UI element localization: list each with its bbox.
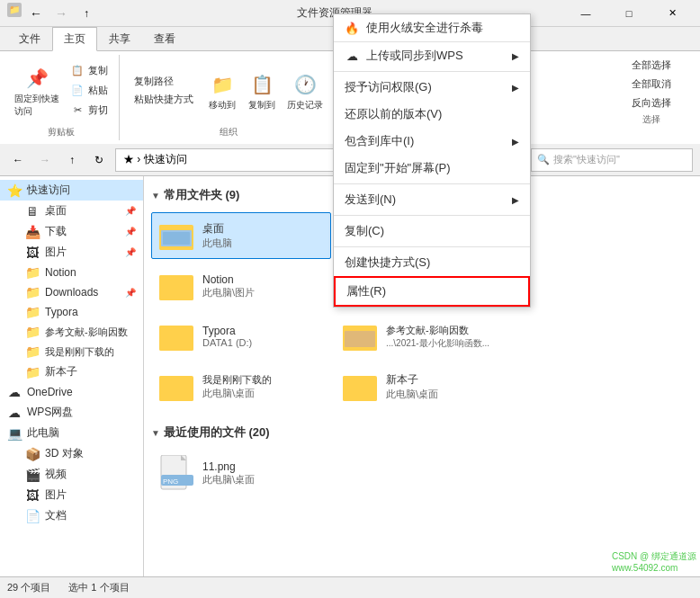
back-btn[interactable]: ← bbox=[7, 149, 29, 171]
paste-shortcut-btn[interactable]: 粘贴快捷方式 bbox=[130, 91, 197, 108]
select-all-btn[interactable]: 全部选择 bbox=[628, 57, 675, 74]
sidebar-item-desktop[interactable]: 🖥 桌面 📌 bbox=[7, 201, 143, 221]
sidebar-item-typora[interactable]: 📁 Typora bbox=[7, 302, 143, 322]
sidebar-desktop-label: 桌面 bbox=[45, 203, 67, 219]
ctx-sep-4 bbox=[334, 246, 530, 247]
copy-path-btn[interactable]: 复制路径 bbox=[130, 73, 197, 90]
ctx-wps-upload[interactable]: ☁ 上传或同步到WPS ▶ bbox=[334, 42, 530, 69]
deselect-all-btn[interactable]: 全部取消 bbox=[628, 76, 675, 93]
copy-to-icon: 📋 bbox=[247, 70, 276, 99]
tab-view[interactable]: 查看 bbox=[142, 27, 187, 50]
pin-icon: 📌 bbox=[22, 64, 51, 93]
ctx-create-shortcut-label: 创建快捷方式(S) bbox=[345, 254, 430, 271]
history-btn[interactable]: 🕐 历史记录 bbox=[283, 68, 327, 113]
quick-access-icon: ⭐ bbox=[7, 183, 22, 198]
copy-to-btn[interactable]: 📋 复制到 bbox=[244, 68, 280, 113]
fwd-btn[interactable]: → bbox=[34, 149, 56, 171]
sidebar-item-3d[interactable]: 📦 3D 对象 bbox=[7, 443, 143, 464]
pictures-icon: 🖼 bbox=[25, 245, 40, 260]
recent-files-chevron[interactable]: ▼ bbox=[151, 428, 160, 438]
notion-folder-path: 此电脑\图片 bbox=[202, 286, 323, 299]
up-btn[interactable]: ↑ bbox=[76, 3, 97, 24]
sidebar-item-video[interactable]: 🎬 视频 bbox=[7, 464, 143, 485]
title-bar-icons: 📁 ← → ↑ bbox=[7, 3, 97, 24]
recent-file-1-info: 11.png 此电脑\桌面 bbox=[202, 460, 323, 486]
newdownload-icon: 📁 bbox=[25, 344, 40, 359]
folder-notebook[interactable]: 新本子 此电脑\桌面 bbox=[335, 363, 515, 410]
desktop-folder-info: 桌面 此电脑 bbox=[202, 221, 323, 250]
ctx-restore-prev[interactable]: 还原以前的版本(V) bbox=[334, 101, 530, 128]
folder-typora[interactable]: Typora DATA1 (D:) bbox=[151, 313, 331, 360]
folder-newdownload[interactable]: 我是刚刚下载的 此电脑\桌面 bbox=[151, 363, 331, 410]
ctx-antivirus[interactable]: 🔥 使用火绒安全进行杀毒 bbox=[334, 14, 530, 42]
pin-to-quick-access-btn[interactable]: 📌 固定到快速访问 bbox=[11, 62, 63, 120]
3d-icon: 📦 bbox=[25, 447, 40, 461]
forward-btn[interactable]: → bbox=[50, 3, 72, 24]
svg-rect-20 bbox=[159, 326, 172, 331]
recent-file-1-name: 11.png bbox=[202, 460, 323, 473]
refresh-btn[interactable]: ↻ bbox=[88, 149, 110, 171]
sidebar-item-pictures[interactable]: 🖼 图片 📌 bbox=[7, 242, 143, 263]
window-icon: 📁 bbox=[7, 3, 22, 17]
newdownload-folder-info: 我是刚刚下载的 此电脑\桌面 bbox=[202, 373, 323, 400]
tab-home[interactable]: 主页 bbox=[52, 27, 97, 51]
png-file-icon: PNG bbox=[159, 455, 195, 491]
ctx-grant-access[interactable]: 授予访问权限(G) ▶ bbox=[334, 74, 530, 101]
invert-select-btn[interactable]: 反向选择 bbox=[628, 94, 675, 112]
sidebar-typora-label: Typora bbox=[45, 306, 78, 318]
ctx-copy[interactable]: 复制(C) bbox=[334, 218, 530, 245]
recent-file-1-path: 此电脑\桌面 bbox=[202, 473, 323, 486]
ctx-sep-2 bbox=[334, 183, 530, 184]
sidebar-pc-pictures-label: 图片 bbox=[45, 487, 67, 503]
ctx-create-shortcut[interactable]: 创建快捷方式(S) bbox=[334, 249, 530, 276]
deselect-all-label: 全部取消 bbox=[632, 77, 671, 91]
select-label: 选择 bbox=[642, 113, 660, 126]
paste-icon: 📄 bbox=[70, 84, 85, 98]
close-btn[interactable]: ✕ bbox=[651, 0, 693, 27]
sidebar-pictures-label: 图片 bbox=[45, 245, 67, 260]
paste-label: 粘贴 bbox=[88, 84, 108, 97]
ctx-send-to[interactable]: 发送到(N) ▶ bbox=[334, 186, 530, 213]
sidebar-item-docs[interactable]: 📄 文档 bbox=[7, 505, 143, 526]
refs-folder-name: 参考文献-影响因数 bbox=[386, 324, 507, 337]
common-folders-chevron[interactable]: ▼ bbox=[151, 191, 160, 201]
sidebar-item-onedrive[interactable]: ☁ OneDrive bbox=[0, 382, 143, 402]
desktop-icon: 🖥 bbox=[25, 204, 40, 219]
move-to-btn[interactable]: 📁 移动到 bbox=[204, 68, 240, 113]
notebook-folder-name: 新本子 bbox=[386, 372, 507, 388]
folder-desktop[interactable]: 桌面 此电脑 bbox=[151, 212, 331, 259]
up-nav-btn[interactable]: ↑ bbox=[61, 149, 83, 171]
tab-file[interactable]: 文件 bbox=[7, 27, 52, 50]
recent-file-1[interactable]: PNG 11.png 此电脑\桌面 bbox=[151, 450, 331, 496]
ctx-include-lib[interactable]: 包含到库中(I) ▶ bbox=[334, 128, 530, 155]
sidebar-item-quick-access[interactable]: ⭐ 快速访问 bbox=[0, 180, 143, 201]
paste-btn[interactable]: 📄 粘贴 bbox=[67, 82, 112, 100]
typora-icon: 📁 bbox=[25, 305, 40, 319]
sidebar-item-newdownload[interactable]: 📁 我是刚刚下载的 bbox=[7, 342, 143, 361]
cut-btn[interactable]: ✂ 剪切 bbox=[67, 102, 112, 120]
minimize-btn[interactable]: — bbox=[565, 0, 606, 27]
sidebar-item-pc-pictures[interactable]: 🖼 图片 bbox=[7, 485, 143, 505]
quick-access-btn[interactable]: ← bbox=[25, 3, 47, 24]
maximize-btn[interactable]: □ bbox=[608, 0, 650, 27]
sidebar-item-downloads-folder[interactable]: 📁 Downloads 📌 bbox=[7, 282, 143, 302]
sidebar-docs-label: 文档 bbox=[45, 508, 67, 523]
tab-share[interactable]: 共享 bbox=[97, 27, 142, 50]
include-arrow-icon: ▶ bbox=[512, 137, 519, 147]
folder-notion[interactable]: Notion 此电脑\图片 bbox=[151, 263, 331, 309]
sidebar-item-this-pc[interactable]: 💻 此电脑 bbox=[0, 423, 143, 443]
search-input[interactable]: 🔍 搜索"快速访问" bbox=[531, 148, 693, 172]
pictures-pin: 📌 bbox=[125, 247, 136, 257]
copy-btn[interactable]: 📋 复制 bbox=[67, 62, 112, 80]
sidebar-item-refs[interactable]: 📁 参考文献-影响因数 bbox=[7, 322, 143, 342]
sidebar-item-notebook[interactable]: 📁 新本子 bbox=[7, 361, 143, 382]
sidebar-item-notion[interactable]: 📁 Notion bbox=[7, 263, 143, 282]
svg-rect-4 bbox=[163, 232, 190, 245]
sidebar-item-wps[interactable]: ☁ WPS网盘 bbox=[0, 402, 143, 423]
pin-label: 固定到快速访问 bbox=[14, 93, 59, 118]
ctx-properties[interactable]: 属性(R) bbox=[334, 276, 530, 307]
folder-refs[interactable]: 参考文献-影响因数 ...\2021-最小化影响函数... bbox=[335, 313, 515, 360]
sidebar-item-downloads[interactable]: 📥 下载 📌 bbox=[7, 221, 143, 242]
docs-icon: 📄 bbox=[25, 509, 40, 523]
ctx-pin-start[interactable]: 固定到"开始"屏幕(P) bbox=[334, 155, 530, 182]
